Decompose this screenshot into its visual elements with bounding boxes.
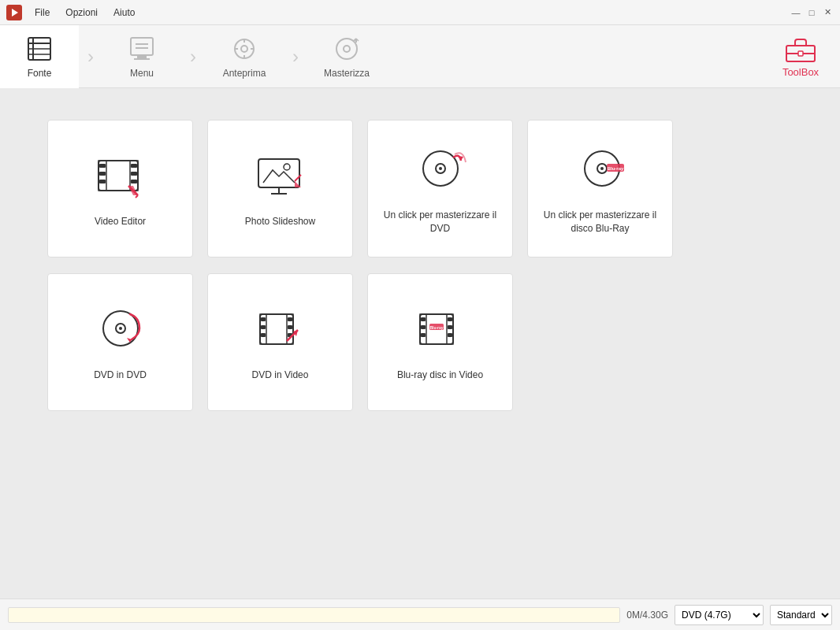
navbar: Fonte › Menu › Anteprima: [0, 25, 840, 88]
svg-point-54: [119, 327, 122, 330]
progress-bar: [8, 607, 620, 623]
anteprima-label: Anteprima: [223, 68, 266, 79]
size-label: 0M/4.30G: [626, 610, 668, 621]
svg-rect-63: [288, 325, 292, 329]
svg-rect-75: [448, 333, 452, 337]
anteprima-icon: [230, 35, 258, 63]
maximize-button[interactable]: □: [805, 6, 818, 19]
nav-anteprima[interactable]: Anteprima: [205, 25, 284, 88]
nav-items: Fonte › Menu › Anteprima: [0, 25, 769, 88]
card-photo-slideshow[interactable]: Photo Slideshow: [207, 120, 353, 258]
nav-arrow-2: ›: [181, 25, 205, 88]
svg-rect-30: [99, 180, 106, 183]
svg-point-49: [600, 167, 604, 170]
statusbar: 0M/4.30G DVD (4.7G) DVD-DL (8.5G) Blu-ra…: [0, 598, 840, 630]
titlebar-menu: File Opzioni Aiuto: [28, 4, 783, 21]
nav-arrow-1: ›: [79, 25, 102, 88]
svg-rect-37: [258, 159, 299, 187]
card-dvd-in-dvd[interactable]: DVD in DVD: [47, 273, 193, 411]
dvd-in-video-icon: [249, 302, 312, 358]
svg-point-13: [241, 46, 247, 52]
svg-rect-7: [131, 38, 153, 55]
one-click-dvd-label: Un click per masterizzare il DVD: [368, 209, 512, 235]
svg-rect-70: [421, 317, 426, 321]
photo-slideshow-label: Photo Slideshow: [237, 215, 323, 228]
close-button[interactable]: ✕: [821, 6, 834, 19]
cards-row-1: Video Editor Photo Slides: [47, 120, 793, 258]
svg-rect-8: [137, 55, 147, 58]
svg-rect-29: [99, 172, 106, 176]
one-click-bluray-icon: Blu-ray: [569, 143, 632, 198]
svg-rect-33: [131, 180, 137, 183]
dvd-in-video-label: DVD in Video: [244, 369, 317, 382]
nav-fonte[interactable]: Fonte: [0, 25, 79, 88]
svg-text:Blu-ray: Blu-ray: [429, 325, 443, 330]
svg-rect-22: [798, 51, 803, 56]
one-click-dvd-icon: [409, 143, 472, 198]
menu-icon: [128, 35, 156, 63]
menu-aiuto[interactable]: Aiuto: [107, 4, 141, 21]
card-one-click-dvd[interactable]: Un click per masterizzare il DVD: [367, 120, 513, 258]
main-content: Video Editor Photo Slides: [0, 88, 840, 598]
svg-line-36: [136, 195, 138, 198]
titlebar: File Opzioni Aiuto — □ ✕: [0, 0, 840, 25]
svg-text:Blu-ray: Blu-ray: [607, 166, 623, 171]
card-one-click-bluray[interactable]: Blu-ray Un click per masterizzare il dis…: [527, 120, 673, 258]
toolbox-button[interactable]: ToolBox: [769, 29, 832, 84]
svg-rect-61: [261, 333, 266, 337]
svg-point-18: [336, 39, 357, 59]
menu-label: Menu: [130, 68, 154, 79]
svg-rect-60: [261, 325, 266, 329]
cards-row-2: DVD in DVD: [47, 273, 793, 411]
video-editor-label: Video Editor: [87, 215, 154, 228]
bluray-in-video-label: Blu-ray disc in Video: [389, 369, 491, 382]
svg-rect-31: [131, 164, 137, 168]
svg-rect-72: [421, 333, 426, 337]
svg-rect-59: [261, 317, 266, 321]
svg-rect-32: [131, 172, 137, 176]
svg-point-19: [344, 46, 350, 52]
toolbox-icon: [784, 35, 817, 63]
svg-rect-62: [288, 317, 292, 321]
disc-type-select[interactable]: DVD (4.7G) DVD-DL (8.5G) Blu-ray 25G: [675, 605, 764, 625]
nav-arrow-3: ›: [284, 25, 307, 88]
masterizza-label: Masterizza: [324, 68, 370, 79]
svg-rect-74: [448, 325, 452, 329]
bluray-in-video-icon: Blu-ray: [409, 302, 472, 358]
svg-rect-28: [99, 164, 106, 168]
dvd-in-dvd-icon: [89, 302, 152, 358]
nav-masterizza[interactable]: Masterizza: [307, 25, 386, 88]
menu-file[interactable]: File: [28, 4, 56, 21]
photo-slideshow-icon: [249, 149, 312, 204]
video-editor-icon: [89, 149, 152, 204]
card-video-editor[interactable]: Video Editor: [47, 120, 193, 258]
svg-point-38: [284, 164, 290, 170]
app-logo: [6, 5, 22, 20]
quality-select[interactable]: Standard High Low: [770, 605, 832, 625]
fonte-label: Fonte: [28, 68, 52, 79]
svg-rect-9: [134, 58, 150, 60]
svg-marker-46: [458, 156, 463, 161]
window-controls: — □ ✕: [790, 6, 834, 19]
fonte-icon: [25, 35, 54, 63]
dvd-in-dvd-label: DVD in DVD: [86, 369, 154, 382]
toolbox-label: ToolBox: [782, 66, 819, 78]
one-click-bluray-label: Un click per masterizzare il disco Blu-R…: [528, 209, 672, 235]
svg-rect-73: [448, 317, 452, 321]
card-dvd-in-video[interactable]: DVD in Video: [207, 273, 353, 411]
menu-opzioni[interactable]: Opzioni: [59, 4, 104, 21]
minimize-button[interactable]: —: [790, 6, 802, 19]
card-bluray-in-video[interactable]: Blu-ray Blu-ray disc in Video: [367, 273, 513, 411]
svg-point-45: [439, 167, 442, 170]
masterizza-icon: [333, 35, 361, 63]
nav-menu[interactable]: Menu: [102, 25, 181, 88]
svg-rect-71: [421, 325, 426, 329]
